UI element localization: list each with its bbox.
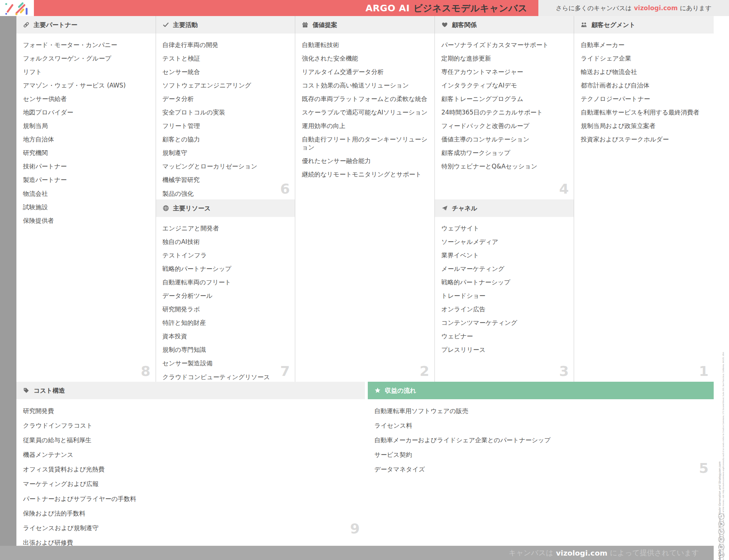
info-icon: i: [718, 513, 725, 520]
list-item: テクノロジーパートナー: [581, 92, 707, 105]
list-item: 既存の車両プラットフォームとの柔軟な統合: [302, 92, 428, 105]
section-customer-relationships: 顧客関係 パーソナライズドカスタマーサポート定期的な進捗更新専任アカウントマネー…: [435, 16, 574, 199]
section-number: 5: [699, 461, 709, 475]
section-items: 自動運転技術強化された安全機能リアルタイム交通データ分析コスト効果の高い輸送ソリ…: [295, 34, 434, 181]
section-number: 9: [350, 522, 360, 536]
cc-by-icon: b: [718, 521, 725, 527]
list-item: パーソナライズドカスタマーサポート: [441, 38, 568, 51]
globe-icon: [163, 205, 169, 211]
section-title: コスト構造: [34, 386, 65, 395]
list-item: 継続的なリモートモニタリングとサポート: [302, 168, 428, 181]
list-item: 輸送および物流会社: [581, 65, 707, 78]
list-item: パートナーおよびサプライヤーの手数料: [23, 491, 358, 506]
list-item: 投資家およびステークホルダー: [581, 133, 707, 146]
list-item: ソフトウェアエンジニアリング: [163, 78, 289, 92]
list-item: ウェブサイト: [441, 221, 568, 235]
section-items: エンジニアと開発者独自のAI技術テストインフラ戦略的パートナーシップ自動運転車両…: [156, 217, 295, 384]
left-frame-strip: [0, 16, 16, 546]
canvas-bottom-row: コスト構造 研究開発費クラウドインフラコスト従業員の給与と福利厚生機器メンテナン…: [16, 382, 714, 546]
list-item: センサー供給者: [23, 92, 149, 105]
section-number: 6: [280, 182, 290, 196]
list-item: データ分析ツール: [163, 289, 289, 302]
list-item: 戦略的パートナーシップ: [163, 262, 289, 275]
cc-icon: cc: [718, 552, 725, 558]
vizologi-link[interactable]: vizologi.com: [634, 4, 678, 12]
list-item: 機械学習研究: [163, 173, 289, 187]
list-item: 定期的な進捗更新: [441, 51, 568, 65]
section-header: チャネル: [435, 199, 574, 217]
section-title: 主要パートナー: [34, 21, 77, 29]
section-cost-structure: コスト構造 研究開発費クラウドインフラコスト従業員の給与と福利厚生機器メンテナン…: [16, 382, 365, 546]
section-items: フォード・モーター・カンパニーフォルクスワーゲン・グループリフトアマゾン・ウェブ…: [16, 34, 156, 227]
page-title: ARGO AI ビジネスモデルキャンバス: [34, 0, 538, 16]
list-item: 顧客トレーニングプログラム: [441, 92, 568, 105]
list-item: データマネタイズ: [374, 462, 707, 477]
list-item: コンテンツマーケティング: [441, 316, 568, 330]
business-model-canvas: 主要パートナー フォード・モーター・カンパニーフォルクスワーゲン・グループリフト…: [16, 16, 714, 382]
list-item: 運用効率の向上: [302, 119, 428, 133]
list-item: 製品の強化: [163, 187, 289, 200]
section-key-resources: 主要リソース エンジニアと開発者独自のAI技術テストインフラ戦略的パートナーシッ…: [156, 199, 295, 382]
list-item: アマゾン・ウェブ・サービス (AWS): [23, 78, 149, 92]
section-items: 自動車メーカーライドシェア企業輸送および物流会社都市計画者および自治体テクノロジ…: [574, 34, 714, 146]
list-item: 自動運転車両のフリート: [163, 275, 289, 289]
section-header: コスト構造: [16, 382, 365, 399]
section-items: 自律走行車両の開発テストと検証センサー統合ソフトウェアエンジニアリングデータ分析…: [156, 34, 295, 200]
list-item: 独自のAI技術: [163, 235, 289, 248]
list-item: 研究機関: [23, 146, 149, 160]
list-item: 都市計画者および自治体: [581, 78, 707, 92]
list-item: 自動運転技術: [302, 38, 428, 51]
list-item: 強化された安全機能: [302, 51, 428, 65]
plane-icon: [441, 205, 448, 211]
check-icon: [163, 22, 169, 28]
people-icon: [581, 22, 587, 28]
list-item: 自動運転車サービスを利用する最終消費者: [581, 105, 707, 119]
list-item: 製造パートナー: [23, 173, 149, 187]
list-item: 24時間365日のテクニカルサポート: [441, 105, 568, 119]
footer-bar: キャンバスは vizologi.com によって提供されています: [0, 546, 714, 560]
section-header: 主要リソース: [156, 199, 295, 217]
list-item: リアルタイム交通データ分析: [302, 65, 428, 78]
list-item: 顧客成功ワークショップ: [441, 146, 568, 160]
list-item: 顧客との協力: [163, 133, 289, 146]
section-customer-segments: 顧客セグメント 自動車メーカーライドシェア企業輸送および物流会社都市計画者および…: [574, 16, 714, 382]
link-icon: [23, 22, 30, 28]
cc-sa-icon: ↻: [718, 529, 725, 535]
list-item: フォルクスワーゲン・グループ: [23, 51, 149, 65]
list-item: 機器メンテナンス: [23, 447, 358, 462]
section-number: 2: [420, 364, 429, 378]
list-item: エンジニアと開発者: [163, 221, 289, 235]
list-item: マッピングとローカリゼーション: [163, 160, 289, 173]
list-item: トレードショー: [441, 289, 568, 302]
section-header: 価値提案: [295, 16, 434, 34]
vizologi-logo[interactable]: [0, 0, 34, 16]
section-items: 研究開発費クラウドインフラコスト従業員の給与と福利厚生機器メンテナンスオフィス賃…: [16, 399, 365, 550]
section-header: 主要活動: [156, 16, 295, 34]
list-item: 規制の専門知識: [163, 343, 289, 357]
list-item: 自律走行車両の開発: [163, 38, 289, 51]
list-item: ライドシェア企業: [581, 51, 707, 65]
right-credits-strip: DESIGNED BY: Business Model Foundry AG T…: [714, 16, 729, 560]
section-title: 顧客セグメント: [591, 21, 635, 29]
list-item: 専任アカウントマネージャー: [441, 65, 568, 78]
list-item: 物流会社: [23, 187, 149, 200]
section-header: 収益の流れ: [368, 382, 714, 399]
list-item: 価値主導のコンサルテーション: [441, 133, 568, 146]
vizologi-footer-link[interactable]: vizologi.com: [556, 549, 607, 557]
company-name: ARGO AI: [366, 3, 410, 13]
list-item: マーケティングおよび広報: [23, 477, 358, 491]
section-number: 3: [559, 364, 569, 378]
section-key-partners: 主要パートナー フォード・モーター・カンパニーフォルクスワーゲン・グループリフト…: [16, 16, 156, 382]
list-item: ライセンスおよび規制遵守: [23, 521, 358, 535]
section-items: 自動運転車用ソフトウェアの販売ライセンス料自動車メーカーおよびライドシェア企業と…: [368, 399, 714, 477]
section-revenue-streams: 収益の流れ 自動運転車用ソフトウェアの販売ライセンス料自動車メーカーおよびライド…: [368, 382, 714, 546]
section-header: 主要パートナー: [16, 16, 156, 34]
cc-license-icons: i b ↻ © ⎘ cc: [718, 513, 725, 558]
list-item: 自動車メーカーおよびライドシェア企業とのパートナーシップ: [374, 433, 707, 447]
list-item: リフト: [23, 65, 149, 78]
list-item: 戦略的パートナーシップ: [441, 275, 568, 289]
section-key-activities: 主要活動 自律走行車両の開発テストと検証センサー統合ソフトウェアエンジニアリング…: [156, 16, 295, 199]
footer-suffix: によって提供されています: [610, 548, 699, 558]
list-item: フィードバックと改善のループ: [441, 119, 568, 133]
section-title: 収益の流れ: [385, 386, 416, 395]
